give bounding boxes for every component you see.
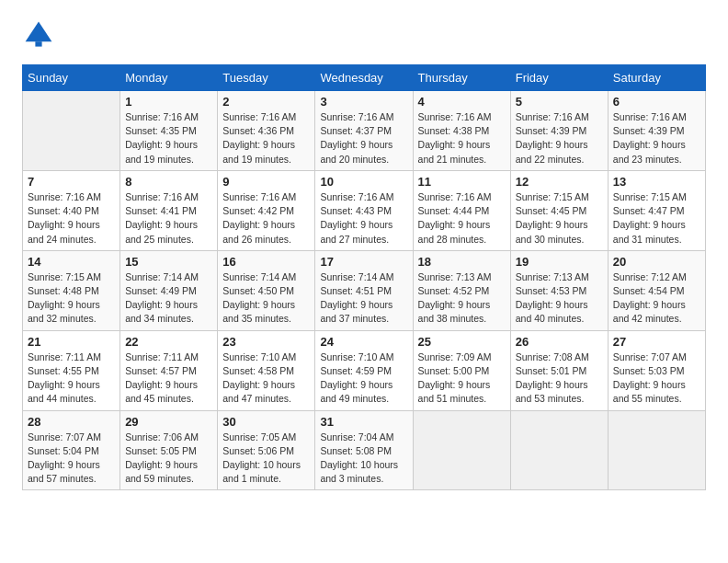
day-cell — [23, 91, 120, 171]
day-detail: Sunrise: 7:07 AMSunset: 5:03 PMDaylight:… — [613, 350, 700, 407]
day-detail: Sunrise: 7:15 AMSunset: 4:48 PMDaylight:… — [28, 270, 115, 327]
day-number: 3 — [320, 95, 407, 109]
day-cell: 28Sunrise: 7:07 AMSunset: 5:04 PMDayligh… — [23, 410, 120, 490]
day-number: 10 — [320, 175, 407, 189]
day-detail: Sunrise: 7:13 AMSunset: 4:52 PMDaylight:… — [418, 270, 506, 327]
day-detail: Sunrise: 7:16 AMSunset: 4:35 PMDaylight:… — [125, 110, 212, 167]
day-number: 7 — [28, 175, 115, 189]
day-detail: Sunrise: 7:16 AMSunset: 4:44 PMDaylight:… — [418, 190, 506, 247]
week-row-4: 21Sunrise: 7:11 AMSunset: 4:55 PMDayligh… — [23, 330, 706, 410]
day-detail: Sunrise: 7:16 AMSunset: 4:37 PMDaylight:… — [320, 110, 407, 167]
day-cell: 12Sunrise: 7:15 AMSunset: 4:45 PMDayligh… — [510, 170, 608, 250]
logo-icon — [22, 18, 55, 52]
day-header-thursday: Thursday — [413, 65, 510, 91]
day-cell: 6Sunrise: 7:16 AMSunset: 4:39 PMDaylight… — [608, 91, 705, 171]
day-detail: Sunrise: 7:13 AMSunset: 4:53 PMDaylight:… — [516, 270, 603, 327]
day-cell — [510, 410, 608, 490]
day-cell: 24Sunrise: 7:10 AMSunset: 4:59 PMDayligh… — [315, 330, 413, 410]
day-number: 19 — [516, 255, 603, 269]
day-detail: Sunrise: 7:16 AMSunset: 4:41 PMDaylight:… — [125, 190, 212, 247]
day-number: 25 — [418, 335, 506, 349]
day-number: 28 — [28, 415, 115, 429]
day-header-wednesday: Wednesday — [315, 65, 413, 91]
day-cell: 4Sunrise: 7:16 AMSunset: 4:38 PMDaylight… — [413, 91, 510, 171]
day-cell: 3Sunrise: 7:16 AMSunset: 4:37 PMDaylight… — [315, 91, 413, 171]
day-cell — [413, 410, 510, 490]
day-number: 27 — [613, 335, 700, 349]
day-detail: Sunrise: 7:16 AMSunset: 4:43 PMDaylight:… — [320, 190, 407, 247]
day-detail: Sunrise: 7:10 AMSunset: 4:58 PMDaylight:… — [222, 350, 310, 407]
svg-rect-1 — [35, 41, 41, 46]
calendar: SundayMondayTuesdayWednesdayThursdayFrid… — [22, 64, 706, 490]
day-cell: 11Sunrise: 7:16 AMSunset: 4:44 PMDayligh… — [413, 170, 510, 250]
day-cell: 14Sunrise: 7:15 AMSunset: 4:48 PMDayligh… — [23, 250, 120, 330]
day-detail: Sunrise: 7:10 AMSunset: 4:59 PMDaylight:… — [320, 350, 407, 407]
day-cell: 10Sunrise: 7:16 AMSunset: 4:43 PMDayligh… — [315, 170, 413, 250]
day-detail: Sunrise: 7:15 AMSunset: 4:47 PMDaylight:… — [613, 190, 700, 247]
svg-marker-0 — [26, 22, 52, 42]
day-cell: 13Sunrise: 7:15 AMSunset: 4:47 PMDayligh… — [608, 170, 705, 250]
day-header-tuesday: Tuesday — [218, 65, 315, 91]
day-detail: Sunrise: 7:16 AMSunset: 4:40 PMDaylight:… — [28, 190, 115, 247]
day-detail: Sunrise: 7:11 AMSunset: 4:57 PMDaylight:… — [125, 350, 212, 407]
day-detail: Sunrise: 7:14 AMSunset: 4:50 PMDaylight:… — [222, 270, 310, 327]
day-number: 21 — [28, 335, 115, 349]
day-number: 23 — [222, 335, 310, 349]
day-number: 16 — [222, 255, 310, 269]
day-number: 1 — [125, 95, 212, 109]
day-header-monday: Monday — [120, 65, 218, 91]
day-number: 9 — [222, 175, 310, 189]
logo — [22, 18, 59, 52]
day-cell: 26Sunrise: 7:08 AMSunset: 5:01 PMDayligh… — [510, 330, 608, 410]
day-cell: 1Sunrise: 7:16 AMSunset: 4:35 PMDaylight… — [120, 91, 218, 171]
day-detail: Sunrise: 7:07 AMSunset: 5:04 PMDaylight:… — [28, 431, 115, 487]
day-detail: Sunrise: 7:04 AMSunset: 5:08 PMDaylight:… — [320, 431, 407, 487]
day-cell: 19Sunrise: 7:13 AMSunset: 4:53 PMDayligh… — [510, 250, 608, 330]
day-number: 22 — [125, 335, 212, 349]
day-cell: 21Sunrise: 7:11 AMSunset: 4:55 PMDayligh… — [23, 330, 120, 410]
week-row-5: 28Sunrise: 7:07 AMSunset: 5:04 PMDayligh… — [23, 410, 706, 490]
week-row-3: 14Sunrise: 7:15 AMSunset: 4:48 PMDayligh… — [23, 250, 706, 330]
day-number: 12 — [516, 175, 603, 189]
day-number: 18 — [418, 255, 506, 269]
day-number: 6 — [613, 95, 700, 109]
day-number: 14 — [28, 255, 115, 269]
day-cell: 15Sunrise: 7:14 AMSunset: 4:49 PMDayligh… — [120, 250, 218, 330]
day-detail: Sunrise: 7:08 AMSunset: 5:01 PMDaylight:… — [516, 350, 603, 407]
day-detail: Sunrise: 7:16 AMSunset: 4:42 PMDaylight:… — [222, 190, 310, 247]
day-detail: Sunrise: 7:16 AMSunset: 4:38 PMDaylight:… — [418, 110, 506, 167]
day-cell: 9Sunrise: 7:16 AMSunset: 4:42 PMDaylight… — [218, 170, 315, 250]
day-header-friday: Friday — [510, 65, 608, 91]
day-number: 30 — [222, 415, 310, 429]
day-detail: Sunrise: 7:05 AMSunset: 5:06 PMDaylight:… — [222, 431, 310, 487]
day-number: 26 — [516, 335, 603, 349]
day-number: 17 — [320, 255, 407, 269]
header — [22, 18, 706, 52]
day-cell: 7Sunrise: 7:16 AMSunset: 4:40 PMDaylight… — [23, 170, 120, 250]
day-cell: 27Sunrise: 7:07 AMSunset: 5:03 PMDayligh… — [608, 330, 705, 410]
week-row-1: 1Sunrise: 7:16 AMSunset: 4:35 PMDaylight… — [23, 91, 706, 171]
day-cell: 22Sunrise: 7:11 AMSunset: 4:57 PMDayligh… — [120, 330, 218, 410]
day-cell: 16Sunrise: 7:14 AMSunset: 4:50 PMDayligh… — [218, 250, 315, 330]
day-cell: 23Sunrise: 7:10 AMSunset: 4:58 PMDayligh… — [218, 330, 315, 410]
page: SundayMondayTuesdayWednesdayThursdayFrid… — [0, 0, 728, 505]
day-detail: Sunrise: 7:11 AMSunset: 4:55 PMDaylight:… — [28, 350, 115, 407]
day-number: 13 — [613, 175, 700, 189]
day-cell: 8Sunrise: 7:16 AMSunset: 4:41 PMDaylight… — [120, 170, 218, 250]
calendar-header-row: SundayMondayTuesdayWednesdayThursdayFrid… — [23, 65, 706, 91]
day-header-saturday: Saturday — [608, 65, 705, 91]
day-number: 4 — [418, 95, 506, 109]
day-number: 20 — [613, 255, 700, 269]
day-cell: 31Sunrise: 7:04 AMSunset: 5:08 PMDayligh… — [315, 410, 413, 490]
day-number: 31 — [320, 415, 407, 429]
day-cell — [608, 410, 705, 490]
day-cell: 5Sunrise: 7:16 AMSunset: 4:39 PMDaylight… — [510, 91, 608, 171]
day-cell: 30Sunrise: 7:05 AMSunset: 5:06 PMDayligh… — [218, 410, 315, 490]
day-detail: Sunrise: 7:16 AMSunset: 4:39 PMDaylight:… — [613, 110, 700, 167]
day-detail: Sunrise: 7:09 AMSunset: 5:00 PMDaylight:… — [418, 350, 506, 407]
day-number: 29 — [125, 415, 212, 429]
day-cell: 29Sunrise: 7:06 AMSunset: 5:05 PMDayligh… — [120, 410, 218, 490]
week-row-2: 7Sunrise: 7:16 AMSunset: 4:40 PMDaylight… — [23, 170, 706, 250]
day-cell: 25Sunrise: 7:09 AMSunset: 5:00 PMDayligh… — [413, 330, 510, 410]
day-cell: 17Sunrise: 7:14 AMSunset: 4:51 PMDayligh… — [315, 250, 413, 330]
